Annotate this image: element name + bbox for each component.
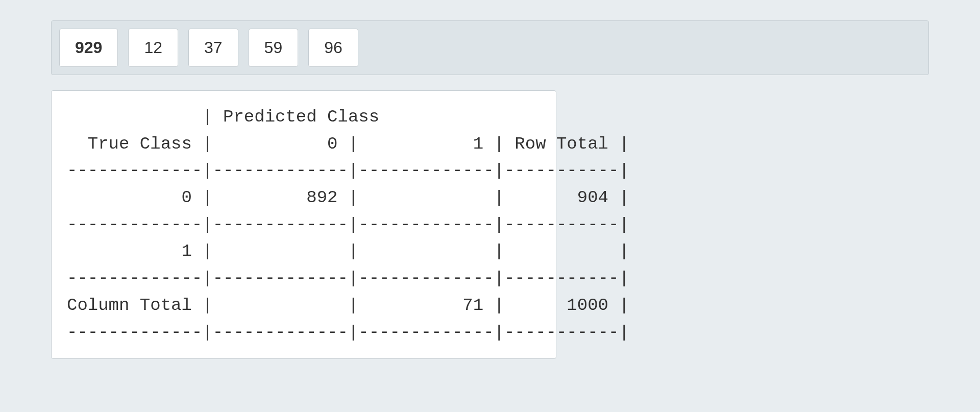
answer-box-2[interactable]: 12 <box>128 29 178 67</box>
answer-box-4[interactable]: 59 <box>249 29 299 67</box>
row-total: Column Total | | 71 | 1000 | <box>67 296 629 315</box>
answer-box-1[interactable]: 929 <box>59 29 118 67</box>
sep-3: -------------|-------------|------------… <box>67 269 629 288</box>
header-line: | Predicted Class <box>67 107 379 127</box>
sep-1: -------------|-------------|------------… <box>67 161 629 180</box>
answer-strip: 929 12 37 59 96 <box>51 20 929 75</box>
answer-box-3[interactable]: 37 <box>188 29 238 67</box>
row-1: 1 | | | | <box>67 241 629 261</box>
output-panel: | Predicted Class True Class | 0 | 1 | R… <box>51 90 556 359</box>
sep-4: -------------|-------------|------------… <box>67 323 629 342</box>
answer-box-5[interactable]: 96 <box>308 29 358 67</box>
sep-2: -------------|-------------|------------… <box>67 215 629 234</box>
row-0: 0 | 892 | | 904 | <box>67 188 629 207</box>
cols-line: True Class | 0 | 1 | Row Total | <box>67 134 629 154</box>
confusion-matrix-text: | Predicted Class True Class | 0 | 1 | R… <box>67 104 541 346</box>
quiz-container: 929 12 37 59 96 | Predicted Class True C… <box>51 20 929 359</box>
